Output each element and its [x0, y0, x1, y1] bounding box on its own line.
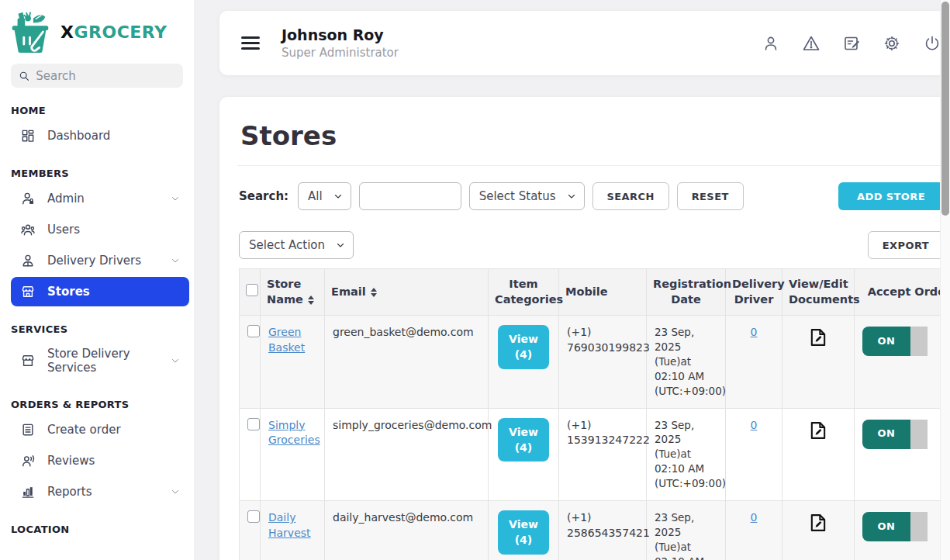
col-store-name[interactable]: Store Name	[261, 269, 325, 316]
user-role: Super Administrator	[282, 46, 399, 60]
chevron-down-icon	[171, 256, 180, 265]
sidebar-item-admin[interactable]: Admin	[11, 184, 188, 213]
users-icon	[20, 222, 36, 237]
settings-icon[interactable]	[883, 34, 901, 53]
edit-documents-icon[interactable]	[807, 327, 829, 353]
row-checkbox[interactable]	[247, 325, 260, 337]
sort-icon[interactable]	[308, 296, 314, 305]
search-field-select[interactable]: All	[298, 182, 351, 210]
bulk-action-select[interactable]: Select Action	[239, 231, 354, 259]
row-checkbox[interactable]	[247, 510, 260, 523]
table-row: Green Basket green_basket@demo.com View(…	[240, 316, 950, 408]
scrollbar-thumb[interactable]	[941, 2, 949, 216]
reset-button[interactable]: RESET	[677, 182, 744, 210]
table-row: Simply Groceries simply_groceries@demo.c…	[240, 408, 950, 500]
col-accept-order: Accept Order	[855, 269, 950, 316]
brand-logo[interactable]: XGROCERY	[0, 0, 194, 54]
top-header-bar: Johnson Roy Super Administrator	[219, 11, 950, 75]
sidebar-item-users[interactable]: Users	[11, 215, 188, 244]
search-label: Search:	[239, 189, 288, 203]
delivery-driver-link[interactable]: 0	[751, 326, 758, 338]
view-categories-button[interactable]: View(4)	[498, 510, 549, 555]
sidebar-search-input[interactable]	[36, 69, 175, 83]
mobile-cell: (+1) 153913247222	[559, 408, 647, 500]
reviews-icon	[20, 453, 36, 468]
sidebar-item-reports[interactable]: Reports	[11, 477, 188, 506]
add-store-button[interactable]: ADD STORE	[838, 182, 944, 210]
stores-table-wrap: Store Name Email Item Categories Mobile …	[239, 268, 950, 560]
create-order-icon	[20, 422, 36, 437]
email-cell: simply_groceries@demo.com	[325, 408, 489, 500]
status-select[interactable]: Select Status	[469, 182, 585, 210]
chevron-down-icon	[336, 240, 345, 250]
sidebar-item-stores[interactable]: Stores	[11, 277, 189, 306]
brand-name: XGROCERY	[60, 22, 168, 42]
search-icon	[19, 70, 29, 82]
form-edit-icon[interactable]	[842, 34, 861, 53]
col-registration-date: Registration Date	[647, 269, 726, 316]
filter-row: Search: All Select Status SEARCH RESET A…	[239, 182, 944, 210]
search-button[interactable]: SEARCH	[592, 182, 669, 210]
menu-toggle-icon[interactable]	[241, 33, 260, 53]
toggle-knob	[910, 327, 928, 356]
accept-order-toggle[interactable]: ON	[862, 512, 928, 541]
profile-icon[interactable]	[762, 34, 780, 53]
toggle-knob	[910, 420, 928, 449]
chevron-down-icon	[333, 192, 343, 201]
store-name-link[interactable]: Green Basket	[268, 326, 305, 354]
mobile-cell: (+1) 769030199823	[559, 316, 647, 408]
accept-order-toggle[interactable]: ON	[862, 420, 928, 449]
delivery-driver-icon	[20, 253, 36, 268]
chevron-down-icon	[171, 194, 180, 203]
email-cell: green_basket@demo.com	[325, 316, 489, 408]
action-row: Select Action EXPORT	[239, 231, 944, 259]
grocery-basket-logo-icon	[8, 9, 53, 54]
section-label-services: SERVICES	[11, 323, 194, 335]
select-all-checkbox[interactable]	[246, 284, 258, 296]
page-scrollbar[interactable]	[940, 0, 950, 560]
user-info: Johnson Roy Super Administrator	[282, 26, 399, 60]
section-label-orders-reports: ORDERS & REPORTS	[11, 399, 194, 410]
stores-table: Store Name Email Item Categories Mobile …	[239, 268, 950, 560]
alert-icon[interactable]	[802, 34, 820, 53]
table-row: Daily Harvest daily_harvest@demo.com Vie…	[240, 501, 950, 560]
chevron-down-icon	[171, 356, 180, 365]
edit-documents-icon[interactable]	[807, 420, 829, 446]
toggle-on-label: ON	[862, 512, 910, 541]
col-email[interactable]: Email	[325, 269, 489, 316]
registration-date-cell: 23 Sep, 2025 (Tue)at 02:10 AM (UTC:+09:0…	[647, 316, 726, 408]
row-checkbox[interactable]	[247, 418, 260, 430]
toggle-on-label: ON	[862, 420, 910, 449]
section-label-location: LOCATION	[11, 524, 194, 535]
store-name-link[interactable]: Daily Harvest	[268, 511, 311, 539]
user-name: Johnson Roy	[282, 26, 399, 43]
title-divider	[237, 165, 945, 166]
store-delivery-icon	[20, 353, 36, 368]
sidebar-search[interactable]	[11, 64, 183, 88]
col-delivery-driver: Delivery Driver	[726, 269, 782, 316]
store-name-link[interactable]: Simply Groceries	[268, 419, 320, 447]
sidebar-item-dashboard[interactable]: Dashboard	[11, 121, 188, 150]
registration-date-cell: 23 Sep, 2025 (Tue)at 02:10 AM (UTC:+09:0…	[647, 501, 726, 560]
view-categories-button[interactable]: View(4)	[498, 325, 549, 369]
section-label-members: MEMBERS	[11, 168, 194, 179]
col-view-edit-documents: View/Edit Documents	[782, 269, 855, 316]
sidebar-item-create-order[interactable]: Create order	[11, 415, 188, 444]
edit-documents-icon[interactable]	[807, 512, 829, 538]
stores-panel: Stores Search: All Select Status SEARCH …	[219, 97, 950, 560]
delivery-driver-link[interactable]: 0	[751, 511, 758, 524]
delivery-driver-link[interactable]: 0	[751, 419, 758, 431]
sort-icon[interactable]	[371, 288, 377, 297]
power-icon[interactable]	[923, 34, 941, 53]
accept-order-toggle[interactable]: ON	[862, 327, 928, 356]
sidebar-item-store-delivery-services[interactable]: Store Delivery Services	[11, 340, 188, 382]
col-item-categories: Item Categories	[489, 269, 559, 316]
search-keyword-input[interactable]	[359, 182, 461, 210]
export-button[interactable]: EXPORT	[868, 231, 944, 259]
mobile-cell: (+1) 258654357421	[559, 501, 647, 560]
header-actions	[762, 34, 941, 53]
section-label-home: HOME	[11, 105, 194, 116]
view-categories-button[interactable]: View(4)	[498, 418, 549, 462]
sidebar-item-delivery-drivers[interactable]: Delivery Drivers	[11, 246, 188, 275]
sidebar-item-reviews[interactable]: Reviews	[11, 446, 188, 475]
